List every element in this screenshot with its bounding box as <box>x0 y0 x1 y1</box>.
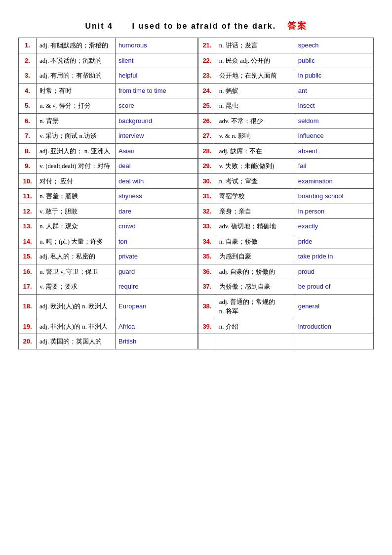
right-english: speech <box>295 38 373 53</box>
left-num: 6. <box>19 113 37 128</box>
left-english: deal with <box>116 173 198 189</box>
table-row: 17.v. 需要；要求require37.为骄傲；感到自豪be proud of <box>19 279 374 295</box>
left-english: helpful <box>116 68 198 84</box>
table-row: 20.adj. 英国的；英国人的British <box>19 334 374 349</box>
table-row: 6.n. 背景background26.adv. 不常；很少seldom <box>19 113 374 128</box>
left-chinese: adj. 有幽默感的；滑稽的 <box>37 38 116 53</box>
right-num: 28. <box>198 143 216 159</box>
right-chinese: adv. 确切地；精确地 <box>216 219 295 234</box>
right-chinese: n. 讲话；发言 <box>216 38 295 53</box>
unit-label: Unit 4 <box>85 22 113 30</box>
left-english: ton <box>116 234 198 249</box>
right-chinese: n. 自豪；骄傲 <box>216 234 295 249</box>
right-chinese: n. 考试；审查 <box>216 173 295 189</box>
left-english: from time to time <box>116 83 198 98</box>
left-english: background <box>116 113 198 128</box>
right-english: exactly <box>295 219 373 234</box>
left-chinese: adj. 非洲(人)的 n. 非洲人 <box>37 319 116 334</box>
right-chinese: adj. 普通的；常规的 n. 将军 <box>216 294 295 319</box>
page-title: Unit 4 I used to be afraid of the dark. … <box>18 20 374 32</box>
table-row: 9.v. (dealt,dealt) 对付；对待deal29.v. 失败；未能(… <box>19 159 374 174</box>
right-num: 27. <box>198 128 216 144</box>
left-chinese: adj. 英国的；英国人的 <box>37 334 116 349</box>
table-row: 7.v. 采访；面试 n.访谈interview27.v. & n. 影响inf… <box>19 128 374 144</box>
left-english: Africa <box>116 319 198 334</box>
right-chinese: v. & n. 影响 <box>216 128 295 144</box>
answer-label: 答案 <box>287 21 307 31</box>
right-chinese: 公开地；在别人面前 <box>216 68 295 84</box>
page: Unit 4 I used to be afraid of the dark. … <box>18 20 374 535</box>
left-english: interview <box>116 128 198 144</box>
table-row: 15.adj. 私人的；私密的private35.为感到自豪take pride… <box>19 249 374 264</box>
table-row: 2.adj. 不说话的；沉默的silent22.n. 民众 adj. 公开的pu… <box>19 53 374 68</box>
table-row: 5.n. & v. 得分；打分score25.n. 昆虫insect <box>19 98 374 114</box>
left-chinese: n. 吨；(pl.) 大量；许多 <box>37 234 116 249</box>
left-num: 1. <box>19 38 37 53</box>
right-english: influence <box>295 128 373 144</box>
subtitle-label: I used to be afraid of the dark. <box>132 22 276 30</box>
table-row: 19.adj. 非洲(人)的 n. 非洲人Africa39.n. 介绍intro… <box>19 319 374 334</box>
right-chinese: n. 民众 adj. 公开的 <box>216 53 295 68</box>
left-chinese: v. 采访；面试 n.访谈 <box>37 128 116 144</box>
right-english: absent <box>295 143 373 159</box>
right-num: 39. <box>198 319 216 334</box>
right-english: in person <box>295 204 373 219</box>
right-num: 23. <box>198 68 216 84</box>
right-chinese: v. 失败；未能(做到) <box>216 159 295 174</box>
right-english: public <box>295 53 373 68</box>
right-english: fail <box>295 159 373 174</box>
left-english: deal <box>116 159 198 174</box>
right-num: 34. <box>198 234 216 249</box>
right-chinese: n. 昆虫 <box>216 98 295 114</box>
left-english: private <box>116 249 198 264</box>
right-num <box>198 334 216 349</box>
left-num: 12. <box>19 204 37 219</box>
right-num: 22. <box>198 53 216 68</box>
left-num: 18. <box>19 294 37 319</box>
left-english: require <box>116 279 198 295</box>
left-num: 8. <box>19 143 37 159</box>
vocabulary-table: 1.adj. 有幽默感的；滑稽的humorous21.n. 讲话；发言speec… <box>18 38 374 349</box>
left-num: 20. <box>19 334 37 349</box>
right-english: take pride in <box>295 249 373 264</box>
right-num: 21. <box>198 38 216 53</box>
table-row: 14.n. 吨；(pl.) 大量；许多ton34.n. 自豪；骄傲pride <box>19 234 374 249</box>
left-num: 7. <box>19 128 37 144</box>
right-english: ant <box>295 83 373 98</box>
left-chinese: adj. 私人的；私密的 <box>37 249 116 264</box>
right-chinese: adj. 缺席；不在 <box>216 143 295 159</box>
left-num: 19. <box>19 319 37 334</box>
right-chinese <box>216 334 295 349</box>
left-num: 10. <box>19 173 37 189</box>
left-num: 4. <box>19 83 37 98</box>
right-num: 32. <box>198 204 216 219</box>
right-num: 26. <box>198 113 216 128</box>
right-num: 35. <box>198 249 216 264</box>
left-num: 9. <box>19 159 37 174</box>
left-num: 11. <box>19 189 37 204</box>
right-english: boarding school <box>295 189 373 204</box>
right-chinese: 为骄傲；感到自豪 <box>216 279 295 295</box>
left-num: 3. <box>19 68 37 84</box>
left-english: shyness <box>116 189 198 204</box>
left-chinese: n. 人群；观众 <box>37 219 116 234</box>
left-english: Asian <box>116 143 198 159</box>
right-num: 29. <box>198 159 216 174</box>
left-english: British <box>116 334 198 349</box>
right-english: be proud of <box>295 279 373 295</box>
right-num: 36. <box>198 264 216 279</box>
right-num: 31. <box>198 189 216 204</box>
table-row: 10.对付； 应付deal with30.n. 考试；审查examination <box>19 173 374 189</box>
left-chinese: v. (dealt,dealt) 对付；对待 <box>37 159 116 174</box>
table-row: 12.v. 敢于；胆敢dare32.亲身；亲自in person <box>19 204 374 219</box>
left-chinese: n. 警卫 v. 守卫；保卫 <box>37 264 116 279</box>
right-chinese: n. 蚂蚁 <box>216 83 295 98</box>
left-chinese: adj. 欧洲(人)的 n. 欧洲人 <box>37 294 116 319</box>
left-num: 15. <box>19 249 37 264</box>
right-english: general <box>295 294 373 319</box>
right-chinese: adv. 不常；很少 <box>216 113 295 128</box>
left-chinese: n. 害羞；腼腆 <box>37 189 116 204</box>
right-english: in public <box>295 68 373 84</box>
right-english <box>295 334 373 349</box>
left-num: 16. <box>19 264 37 279</box>
